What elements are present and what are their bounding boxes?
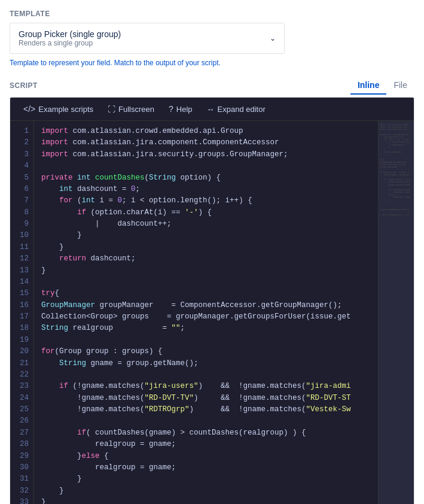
expand-icon: ↔ (207, 105, 215, 114)
template-hint: Template to represent your field. Match … (10, 59, 414, 67)
script-tabs: Inline File (350, 77, 414, 95)
help-button[interactable]: ? Help (163, 101, 199, 117)
script-section: Script Inline File </> Example scripts ⛶… (10, 77, 414, 504)
template-dropdown[interactable]: Group Picker (single group) Renders a si… (10, 23, 285, 54)
tab-file[interactable]: File (386, 77, 414, 95)
code-editor[interactable]: import com.atlassian.crowd.embedded.api.… (34, 121, 378, 504)
page-container: Template Group Picker (single group) Ren… (0, 0, 424, 504)
minimap-content: import com.atlassian.crowd import com.at… (379, 121, 414, 218)
template-dropdown-title: Group Picker (single group) (19, 29, 121, 39)
template-dropdown-subtitle: Renders a single group (19, 39, 121, 47)
template-label: Template (10, 10, 414, 18)
expand-editor-button[interactable]: ↔ Expand editor (201, 102, 272, 117)
chevron-down-icon: ⌄ (270, 34, 276, 42)
example-scripts-label: Example scripts (38, 105, 93, 114)
example-scripts-button[interactable]: </> Example scripts (17, 101, 99, 117)
minimap: import com.atlassian.crowd import com.at… (378, 121, 414, 504)
help-label: Help (176, 105, 193, 114)
script-label: Script (10, 81, 38, 90)
expand-editor-label: Expand editor (218, 105, 266, 114)
help-icon: ? (169, 104, 173, 114)
code-area: 1234 5678 9101112 13141516 17181920 2122… (10, 121, 414, 504)
tab-inline[interactable]: Inline (350, 77, 387, 95)
code-icon: </> (23, 104, 35, 114)
template-dropdown-text: Group Picker (single group) Renders a si… (19, 29, 121, 47)
line-numbers: 1234 5678 9101112 13141516 17181920 2122… (10, 121, 34, 504)
template-section: Template Group Picker (single group) Ren… (10, 10, 414, 67)
fullscreen-label: Fullscreen (118, 105, 154, 114)
fullscreen-button[interactable]: ⛶ Fullscreen (102, 102, 160, 117)
fullscreen-icon: ⛶ (108, 105, 115, 114)
editor-toolbar: </> Example scripts ⛶ Fullscreen ? Help … (10, 98, 414, 121)
editor-container: </> Example scripts ⛶ Fullscreen ? Help … (10, 97, 414, 504)
script-header: Script Inline File (10, 77, 414, 95)
